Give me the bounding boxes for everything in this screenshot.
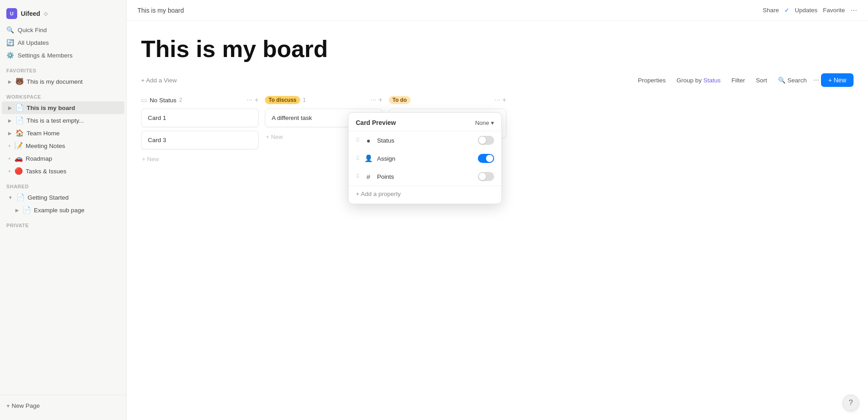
sort-button[interactable]: Sort: [751, 75, 772, 86]
drag-handle-points: ⠿: [356, 173, 360, 180]
sidebar-item-test-empty[interactable]: ▶📄This is a test empty...: [2, 114, 124, 127]
sidebar-nav: 🔍Quick Find🔄All Updates⚙️Settings & Memb…: [0, 24, 126, 62]
toggle-assign[interactable]: [478, 154, 494, 163]
topbar: This is my board Share ✓ Updates Favorit…: [127, 0, 868, 21]
quick-find-icon: 🔍: [6, 26, 14, 33]
main-content: This is my board Share ✓ Updates Favorit…: [127, 0, 868, 420]
toolbar-left: + Add a View: [141, 76, 633, 84]
toolbar-more-button[interactable]: ···: [813, 76, 819, 84]
sidebar-item-getting-started[interactable]: ▼📄Getting Started: [2, 191, 124, 204]
sidebar-header[interactable]: U Uifeed ◇: [0, 4, 126, 24]
properties-button[interactable]: Properties: [633, 75, 670, 86]
dropdown-chevron: ▾: [491, 119, 494, 126]
sidebar-footer: + New Page: [0, 395, 126, 416]
dropdown-header: Card Preview None ▾: [349, 113, 501, 131]
fav-doc-emoji: 🐻: [15, 77, 24, 86]
search-button[interactable]: 🔍 Search: [774, 74, 811, 86]
toggle-points[interactable]: [478, 172, 494, 181]
sidebar-nav-all-updates[interactable]: 🔄All Updates: [0, 36, 126, 49]
new-page-button[interactable]: + New Page: [6, 399, 120, 413]
board-content: This is my board + Add a View Properties…: [127, 21, 868, 420]
group-by-button[interactable]: Group by Status: [672, 75, 725, 86]
new-page-label: + New Page: [6, 402, 40, 409]
plus-icon: +: [8, 169, 11, 174]
column-actions-to-do[interactable]: ···+: [494, 96, 506, 104]
toggle-status[interactable]: [478, 136, 494, 145]
sidebar-item-tasks-issues[interactable]: +🔴Tasks & Issues: [2, 165, 124, 177]
toolbar-right: Properties Group by Status Filter Sort 🔍…: [633, 73, 854, 87]
add-view-button[interactable]: + Add a View: [141, 77, 177, 84]
column-title-no-status: No Status: [150, 97, 176, 104]
prop-row-assign[interactable]: ⠿ 👤 Assign: [349, 149, 501, 167]
column-new-btn-no-status[interactable]: + New: [141, 153, 259, 165]
share-button[interactable]: Share: [763, 7, 779, 14]
add-property-button[interactable]: + Add a property: [349, 186, 501, 204]
points-prop-icon: #: [364, 173, 373, 181]
column-actions-no-status[interactable]: ···+: [246, 96, 259, 104]
dropdown-title: Card Preview: [356, 119, 396, 126]
dropdown-properties: ⠿ ● Status ⠿ 👤 Assign ⠿ # Points: [349, 131, 501, 186]
topbar-title: This is my board: [137, 7, 184, 14]
all-updates-icon: 🔄: [6, 39, 14, 46]
chevron-icon: ▶: [8, 105, 12, 110]
section-label-favorites: FAVORITES: [0, 62, 126, 75]
more-button[interactable]: ···: [850, 5, 857, 15]
plus-icon: +: [8, 143, 11, 148]
test-empty-emoji: 📄: [15, 116, 24, 124]
no-status-icon: ▭: [141, 96, 147, 104]
new-item-button[interactable]: + New: [821, 73, 854, 87]
prop-label-status: Status: [377, 137, 473, 144]
sidebar-sections: FAVORITES▶🐻This is my documentWORKSPACE▶…: [0, 62, 126, 230]
prop-label-assign: Assign: [377, 155, 473, 162]
sidebar-item-fav-doc[interactable]: ▶🐻This is my document: [2, 75, 124, 88]
help-button[interactable]: ?: [843, 395, 859, 411]
meeting-notes-emoji: 📝: [14, 142, 23, 150]
drag-handle-assign: ⠿: [356, 155, 360, 162]
assign-prop-icon: 👤: [364, 154, 373, 162]
prop-row-status[interactable]: ⠿ ● Status: [349, 131, 501, 149]
prop-row-points[interactable]: ⠿ # Points: [349, 167, 501, 186]
column-header-no-status: ▭No Status2···+: [141, 96, 259, 104]
my-board-emoji: 📄: [15, 104, 24, 112]
settings-icon: ⚙️: [6, 52, 14, 59]
column-actions-to-discuss[interactable]: ···+: [370, 96, 382, 104]
section-label-private: PRIVATE: [0, 216, 126, 230]
column-count-no-status: 2: [179, 97, 182, 103]
drag-handle-status: ⠿: [356, 137, 360, 143]
app-name-chevron: ◇: [44, 11, 47, 17]
chevron-icon: ▶: [8, 79, 12, 84]
card-card1[interactable]: Card 1: [141, 109, 259, 127]
updates-button[interactable]: Updates: [795, 7, 817, 14]
card-title: Card 1: [148, 115, 166, 121]
toolbar: + Add a View Properties Group by Status …: [141, 73, 854, 87]
filter-button[interactable]: Filter: [727, 75, 750, 86]
sidebar-item-roadmap[interactable]: +🚗Roadmap: [2, 152, 124, 165]
dropdown-none-button[interactable]: None ▾: [475, 119, 494, 126]
sidebar-item-meeting-notes[interactable]: +📝Meeting Notes: [2, 139, 124, 152]
column-badge-to-do: To do: [389, 96, 410, 104]
app-logo: U: [6, 8, 17, 19]
chevron-icon: ▶: [15, 208, 19, 213]
getting-started-emoji: 📄: [16, 193, 25, 201]
favorite-button[interactable]: Favorite: [823, 7, 845, 14]
card-preview-dropdown: Card Preview None ▾ ⠿ ● Status ⠿ 👤 Assig…: [348, 112, 502, 204]
column-count-to-discuss: 1: [303, 97, 306, 103]
section-label-shared: SHARED: [0, 177, 126, 191]
app-name: Uifeed: [21, 10, 40, 17]
sidebar-nav-settings[interactable]: ⚙️Settings & Members: [0, 49, 126, 62]
prop-label-points: Points: [377, 173, 473, 180]
sidebar-item-my-board[interactable]: ▶📄This is my board: [2, 101, 124, 114]
topbar-actions: Share ✓ Updates Favorite ···: [763, 5, 857, 15]
section-label-workspace: WORKSPACE: [0, 88, 126, 101]
example-sub-emoji: 📄: [23, 206, 31, 214]
card-card3[interactable]: Card 3: [141, 131, 259, 149]
plus-icon: +: [8, 156, 11, 161]
sidebar-item-team-home[interactable]: ▶🏠Team Home: [2, 127, 124, 139]
card-title: A different task: [272, 115, 312, 121]
column-no-status: ▭No Status2···+Card 1Card 3+ New: [141, 96, 259, 413]
sidebar-nav-quick-find[interactable]: 🔍Quick Find: [0, 24, 126, 36]
column-badge-to-discuss: To discuss: [265, 96, 300, 104]
tasks-issues-emoji: 🔴: [14, 167, 23, 175]
sidebar: U Uifeed ◇ 🔍Quick Find🔄All Updates⚙️Sett…: [0, 0, 127, 420]
sidebar-item-example-sub[interactable]: ▶📄Example sub page: [2, 204, 124, 216]
